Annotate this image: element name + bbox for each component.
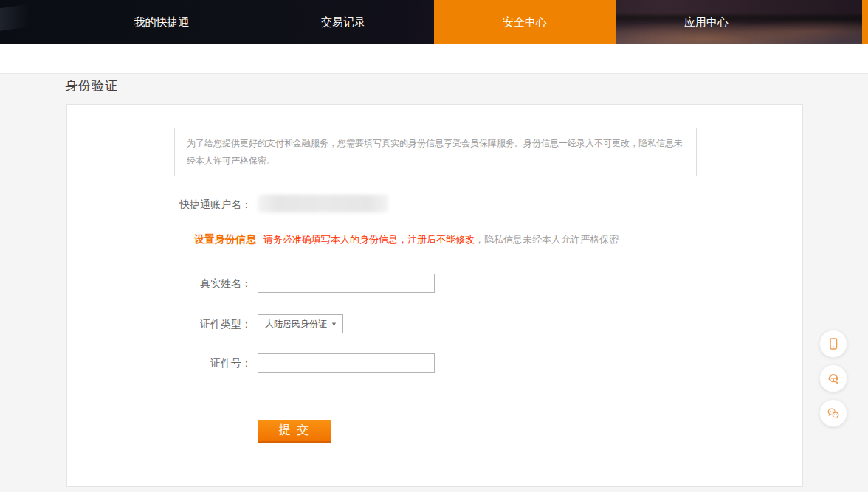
notice-box: 为了给您提供更好的支付和金融服务，您需要填写真实的身份信息享受会员保障服务。身份… (174, 128, 697, 176)
tab-transaction-records[interactable]: 交易记录 (252, 0, 434, 44)
page-title: 身份验证 (65, 77, 118, 94)
customer-service-chat-icon (826, 371, 841, 386)
top-navigation: 我的快捷通 交易记录 安全中心 应用中心 (0, 0, 868, 44)
wechat-button[interactable] (819, 399, 847, 427)
sub-header-bar (0, 44, 868, 74)
identity-verification-panel: 为了给您提供更好的支付和金融服务，您需要填写真实的身份信息享受会员保障服务。身份… (66, 104, 803, 487)
section-warning-red: 请务必准确填写本人的身份信息，注册后不能修改 (264, 234, 475, 245)
tab-security-center[interactable]: 安全中心 (434, 0, 616, 44)
customer-service-button[interactable] (819, 364, 847, 392)
account-name-redacted-value (258, 195, 388, 212)
chevron-down-icon: ▼ (331, 321, 337, 328)
section-title: 设置身份信息 (194, 233, 256, 245)
id-type-selected-value: 大陆居民身份证 (265, 318, 327, 330)
section-header: 设置身份信息请务必准确填写本人的身份信息，注册后不能修改，隐私信息未经本人允许严… (194, 232, 619, 247)
wechat-icon (826, 406, 841, 420)
id-number-input[interactable] (258, 353, 435, 373)
account-name-label: 快捷通账户名： (67, 198, 252, 212)
mobile-tool-button[interactable] (819, 330, 847, 358)
nav-tabs: 我的快捷通 交易记录 安全中心 应用中心 (71, 0, 797, 44)
tab-app-center[interactable]: 应用中心 (616, 0, 797, 44)
id-number-label: 证件号： (67, 353, 252, 373)
mobile-icon (827, 337, 840, 350)
nav-right-accent (862, 0, 868, 44)
nav-light-beam (0, 2, 46, 31)
real-name-input[interactable] (258, 274, 435, 293)
id-type-label: 证件类型： (67, 314, 252, 333)
id-type-select[interactable]: 大陆居民身份证 ▼ (258, 314, 343, 333)
section-warning-gray: ，隐私信息未经本人允许严格保密 (475, 234, 619, 245)
tab-my-kuaijietong[interactable]: 我的快捷通 (71, 0, 252, 44)
screen: 我的快捷通 交易记录 安全中心 应用中心 身份验证 为了给您提供更好的支付和金融… (0, 0, 868, 492)
submit-button[interactable]: 提 交 (258, 420, 331, 443)
notice-text: 为了给您提供更好的支付和金融服务，您需要填写真实的身份信息享受会员保障服务。身份… (187, 138, 683, 166)
real-name-label: 真实姓名： (67, 274, 252, 293)
